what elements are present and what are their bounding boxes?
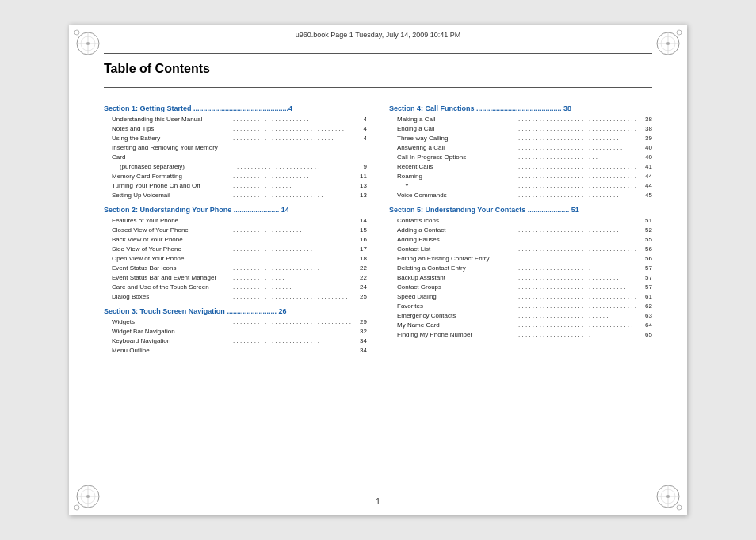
svg-point-11 — [677, 30, 682, 35]
toc-entry: (purchased separately) . . . . . . . . .… — [104, 162, 367, 172]
toc-entry: Answering a Call . . . . . . . . . . . .… — [389, 143, 652, 153]
page-content: Table of Contents Section 1: Getting Sta… — [104, 53, 652, 487]
toc-entry: Editing an Existing Contact Entry . . . … — [389, 254, 652, 264]
toc-entry: Call In-Progress Options . . . . . . . .… — [389, 153, 652, 162]
toc-entry: Open View of Your Phone . . . . . . . . … — [104, 254, 367, 264]
svg-point-23 — [677, 505, 682, 510]
toc-entry: Speed Dialing . . . . . . . . . . . . . … — [389, 292, 652, 302]
toc-entry: Care and Use of the Touch Screen . . . .… — [104, 283, 367, 292]
toc-entry: Features of Your Phone . . . . . . . . .… — [104, 216, 367, 226]
page-number: 1 — [376, 497, 380, 506]
svg-point-5 — [74, 30, 79, 35]
corner-decoration-tl — [72, 28, 104, 59]
toc-entry: Finding My Phone Number . . . . . . . . … — [389, 330, 652, 340]
toc-entry: Contacts Icons . . . . . . . . . . . . .… — [389, 216, 652, 226]
toc-entry: Closed View of Your Phone . . . . . . . … — [104, 226, 367, 235]
toc-entry: Inserting and Removing Your Memory Card — [104, 143, 367, 162]
toc-entry: Roaming . . . . . . . . . . . . . . . . … — [389, 172, 652, 181]
toc-entry: Using the Battery . . . . . . . . . . . … — [104, 134, 367, 143]
section-4-header: Section 4: Call Functions ..............… — [389, 104, 652, 115]
page-title: Table of Contents — [104, 62, 652, 76]
corner-decoration-br — [652, 481, 684, 512]
toc-entry: Favorites . . . . . . . . . . . . . . . … — [389, 302, 652, 311]
toc-entry: Back View of Your Phone . . . . . . . . … — [104, 235, 367, 245]
toc-entry: Notes and Tips . . . . . . . . . . . . .… — [104, 124, 367, 134]
toc-entry: Ending a Call . . . . . . . . . . . . . … — [389, 124, 652, 134]
toc-entry: Recent Calls . . . . . . . . . . . . . .… — [389, 162, 652, 172]
toc-entry: TTY . . . . . . . . . . . . . . . . . . … — [389, 181, 652, 191]
toc-entry: Deleting a Contact Entry . . . . . . . .… — [389, 264, 652, 273]
corner-decoration-tr — [652, 28, 684, 59]
below-title-rule — [104, 87, 652, 88]
section-1-header: Section 1: Getting Started .............… — [104, 104, 367, 115]
toc-entry: Adding Pauses . . . . . . . . . . . . . … — [389, 235, 652, 245]
toc-entry: Contact List . . . . . . . . . . . . . .… — [389, 245, 652, 254]
toc-entry: Memory Card Formatting . . . . . . . . .… — [104, 172, 367, 181]
toc-entry: Menu Outline . . . . . . . . . . . . . .… — [104, 346, 367, 356]
svg-point-22 — [666, 495, 670, 498]
toc-entry: Widgets . . . . . . . . . . . . . . . . … — [104, 318, 367, 327]
toc-entry: My Name Card . . . . . . . . . . . . . .… — [389, 321, 652, 330]
toc-entry: Event Status Bar Icons . . . . . . . . .… — [104, 264, 367, 273]
section-2-header: Section 2: Understanding Your Phone ....… — [104, 205, 367, 216]
left-column: Section 1: Getting Started .............… — [104, 99, 367, 356]
top-bar-text: u960.book Page 1 Tuesday, July 14, 2009 … — [296, 31, 460, 39]
toc-entry: Backup Assistant . . . . . . . . . . . .… — [389, 273, 652, 283]
toc-entry: Keyboard Navigation . . . . . . . . . . … — [104, 337, 367, 346]
svg-point-4 — [86, 42, 90, 45]
toc-entry: Voice Commands . . . . . . . . . . . . .… — [389, 191, 652, 200]
toc-entry: Turning Your Phone On and Off . . . . . … — [104, 181, 367, 191]
toc-entry: Making a Call . . . . . . . . . . . . . … — [389, 115, 652, 124]
toc-entry: Three-way Calling . . . . . . . . . . . … — [389, 134, 652, 143]
section-5-header: Section 5: Understanding Your Contacts .… — [389, 205, 652, 216]
toc-entry: Setting Up Voicemail . . . . . . . . . .… — [104, 191, 367, 200]
section-3-header: Section 3: Touch Screen Navigation .....… — [104, 306, 367, 318]
toc-entry: Widget Bar Navigation . . . . . . . . . … — [104, 327, 367, 337]
toc-columns: Section 1: Getting Started .............… — [104, 99, 652, 356]
svg-point-16 — [86, 495, 90, 498]
toc-entry: Event Status Bar and Event Manager . . .… — [104, 273, 367, 283]
toc-entry: Understanding this User Manual . . . . .… — [104, 115, 367, 124]
corner-decoration-bl — [72, 481, 104, 512]
right-column: Section 4: Call Functions ..............… — [389, 99, 652, 356]
book-page: u960.book Page 1 Tuesday, July 14, 2009 … — [69, 25, 687, 515]
svg-point-17 — [74, 505, 79, 510]
toc-entry: Contact Groups . . . . . . . . . . . . .… — [389, 283, 652, 292]
toc-entry: Dialog Boxes . . . . . . . . . . . . . .… — [104, 292, 367, 302]
toc-entry: Adding a Contact . . . . . . . . . . . .… — [389, 226, 652, 235]
toc-entry: Side View of Your Phone . . . . . . . . … — [104, 245, 367, 254]
toc-entry: Emergency Contacts . . . . . . . . . . .… — [389, 311, 652, 321]
top-rule — [104, 53, 652, 54]
svg-point-10 — [666, 42, 670, 45]
